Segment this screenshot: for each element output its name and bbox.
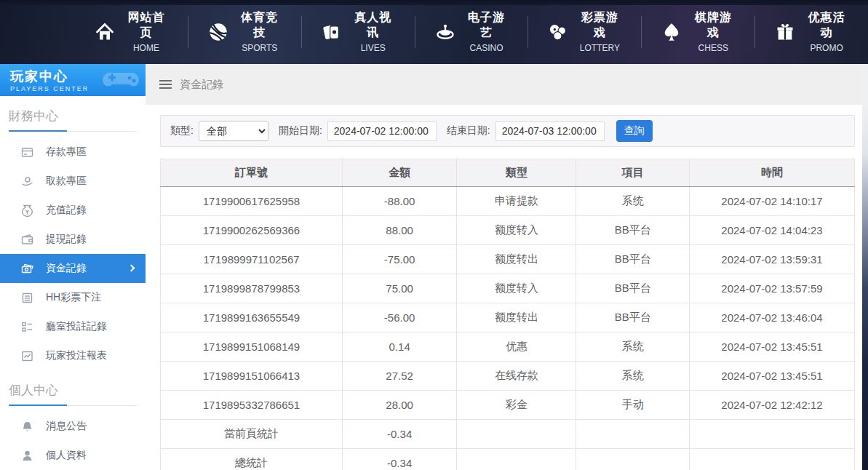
nav-label-en: HOME: [133, 43, 159, 53]
wallet-icon: [21, 234, 33, 246]
cell-order-no: 1719900617625958: [161, 187, 343, 216]
sidebar-item-label: 消息公告: [46, 420, 87, 433]
personal-menu: 消息公告 個人資料: [0, 412, 146, 470]
sidebar-item-label: 提現記錄: [46, 233, 87, 246]
nav-item-promo[interactable]: 优惠活动PROMO: [754, 16, 868, 48]
finance-menu: 存款專區 取款專區 充值記錄 提現記錄 資金記錄 HH彩票下注: [0, 138, 146, 370]
lottery-balls-icon: [548, 22, 568, 42]
home-icon: [95, 22, 115, 42]
nav-label-en: PROMO: [810, 43, 843, 53]
document-icon: [21, 292, 33, 304]
sidebar-item-withdrawal-records[interactable]: 提現記錄: [0, 225, 146, 254]
summary-amount: -0.34: [342, 420, 456, 449]
cell-type: 额度转出: [457, 245, 576, 274]
sidebar-item-deposit-zone[interactable]: 存款專區: [0, 138, 146, 167]
spade-icon: [661, 22, 682, 42]
cell-item: BB平台: [576, 303, 690, 332]
roulette-icon: [435, 22, 455, 42]
cell-item: BB平台: [576, 274, 690, 303]
nav-label-cn: 优惠活动: [808, 11, 845, 39]
nav-label-en: LOTTERY: [580, 43, 620, 53]
nav-label-cn: 电子游艺: [468, 11, 505, 39]
nav-label-cn: 真人视讯: [354, 11, 391, 39]
sidebar-item-announcements[interactable]: 消息公告: [0, 412, 146, 441]
nav-item-home[interactable]: 网站首页HOME: [75, 16, 188, 48]
sidebar-item-withdraw-zone[interactable]: 取款專區: [0, 167, 146, 196]
cell-amount: -75.00: [342, 245, 456, 274]
col-header-item: 項目: [576, 159, 690, 187]
start-date-label: 開始日期:: [279, 124, 322, 138]
nav-item-sports[interactable]: 体育竞技SPORTS: [188, 16, 301, 48]
nav-label-en: SPORTS: [242, 43, 277, 53]
cell-order-no: 1719899163655549: [161, 303, 343, 332]
table-row: 1719899971102567-75.00额度转出BB平台2024-07-02…: [161, 245, 855, 274]
sidebar-item-label: 玩家投注報表: [46, 349, 107, 362]
cell-item: BB平台: [576, 245, 690, 274]
sidebar-item-hh-lottery-bets[interactable]: HH彩票下注: [0, 283, 146, 312]
cell-time: 2024-07-02 13:46:04: [689, 303, 854, 332]
sidebar-item-profile[interactable]: 個人資料: [0, 441, 146, 470]
table-row: 171989915106641327.52在线存款系统2024-07-02 13…: [161, 362, 855, 391]
cell-order-no: 1719899151068149: [161, 332, 343, 362]
table-row: 171990026256936688.00额度转入BB平台2024-07-02 …: [161, 216, 855, 245]
menu-toggle-icon[interactable]: [159, 80, 172, 89]
table-row: 1719899163655549-56.00额度转出BB平台2024-07-02…: [161, 303, 855, 332]
sidebar-item-player-bet-report[interactable]: 玩家投注報表: [0, 341, 146, 370]
breadcrumb: 資金記錄: [146, 64, 862, 105]
cell-amount: 27.52: [342, 362, 456, 391]
top-navigation: 网站首页HOME 体育竞技SPORTS 真人视讯LIVES 电子游艺CASINO…: [0, 0, 868, 64]
sidebar-item-label: 存款專區: [46, 146, 87, 159]
finance-section-title: 財務中心: [9, 108, 137, 132]
cell-type: 额度转入: [457, 216, 576, 245]
nav-item-lives[interactable]: 真人视讯LIVES: [301, 16, 415, 48]
nav-label-cn: 棋牌游戏: [695, 11, 732, 39]
gift-icon: [775, 22, 795, 42]
summary-label: 當前頁統計: [161, 420, 343, 449]
user-icon: [21, 450, 33, 462]
money-bag-icon: [21, 204, 33, 217]
end-date-input[interactable]: [495, 122, 605, 141]
cell-item: 系统: [576, 187, 690, 216]
cell-order-no: 1719900262569366: [161, 216, 343, 245]
cell-order-no: 1719895332786651: [161, 391, 343, 420]
summary-label: 總統計: [161, 449, 343, 470]
playing-cards-icon: [322, 22, 342, 42]
nav-item-lottery[interactable]: 彩票游戏LOTTERY: [527, 16, 641, 48]
sidebar-item-hall-bet-records[interactable]: 廳室投註記錄: [0, 312, 146, 341]
cell-item: BB平台: [576, 216, 690, 245]
nav-item-chess[interactable]: 棋牌游戏CHESS: [641, 16, 754, 48]
nav-item-casino[interactable]: 电子游艺CASINO: [415, 16, 528, 48]
content-body: 類型: 全部 開始日期: 结束日期: 查詢 訂單號 金額 類型 項目: [146, 105, 862, 470]
chevron-right-icon: [128, 265, 135, 272]
type-select[interactable]: 全部: [199, 121, 268, 141]
cell-amount: 88.00: [342, 216, 456, 245]
cell-time: 2024-07-02 14:04:23: [689, 216, 854, 245]
cell-time: 2024-07-02 13:45:51: [689, 332, 854, 362]
start-date-input[interactable]: [327, 122, 437, 141]
col-header-amount: 金額: [342, 159, 456, 187]
cell-amount: -56.00: [342, 303, 456, 332]
main-content: 資金記錄 類型: 全部 開始日期: 结束日期: 查詢 訂單號 金額: [146, 64, 862, 470]
query-button[interactable]: 查詢: [616, 120, 653, 142]
table-row: 171989987879985375.00额度转入BB平台2024-07-02 …: [161, 274, 855, 303]
nav-label-en: CASINO: [470, 43, 503, 53]
cell-time: 2024-07-02 13:57:59: [689, 274, 854, 303]
cell-amount: 28.00: [342, 391, 456, 420]
sidebar-item-recharge-records[interactable]: 充值記錄: [0, 196, 146, 225]
cell-time: 2024-07-02 14:10:17: [689, 187, 854, 216]
sidebar-item-label: 資金記錄: [46, 262, 87, 275]
col-header-order-no: 訂單號: [161, 159, 343, 187]
col-header-time: 時間: [689, 159, 854, 187]
type-label: 類型:: [170, 124, 194, 138]
funds-icon: [21, 263, 33, 275]
funds-record-table: 訂單號 金額 類型 項目 時間 1719900617625958-88.00申请…: [160, 159, 855, 470]
cell-order-no: 1719899971102567: [161, 245, 343, 274]
deposit-card-icon: [21, 146, 33, 159]
summary-row-total: 總統計-0.34: [161, 449, 855, 470]
end-date-label: 结束日期:: [447, 124, 490, 138]
page-title: 資金記錄: [180, 78, 223, 92]
summary-amount: -0.34: [342, 449, 456, 470]
filter-bar: 類型: 全部 開始日期: 结束日期: 查詢: [160, 115, 855, 147]
sidebar-item-funds-records[interactable]: 資金記錄: [0, 254, 146, 283]
sidebar: 玩家中心 PLAYERS CENTER 財務中心 存款專區 取款專區 充值記錄 …: [0, 64, 146, 470]
